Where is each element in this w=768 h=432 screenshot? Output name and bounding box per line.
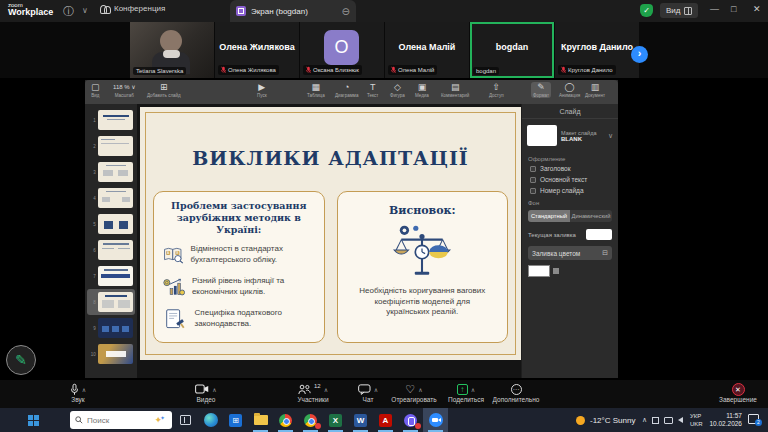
tray-app-icon[interactable] [652,417,659,424]
language-indicator[interactable]: УКР UKR [690,412,703,428]
taskbar-search[interactable]: ✦✦ [70,411,172,429]
slide-thumbnail-selected[interactable]: 8 [87,289,135,315]
ppt-table-button[interactable]: ▦Таблица [307,82,325,98]
checkbox-body-text[interactable]: Основной текст [522,174,618,185]
info-icon[interactable]: ⓘ [63,4,74,19]
participants-icon [100,5,110,13]
problem-item-text: Різний рівень інфляції та економічних ци… [192,276,315,297]
security-shield-icon[interactable]: ✓ [640,4,653,17]
collapse-icon[interactable]: ⊖ [342,6,350,17]
react-button[interactable]: ♡ ∧ Отреагировать [384,382,444,403]
ppt-text-button[interactable]: TТекст [367,82,378,98]
word-app-icon[interactable]: W [348,408,373,432]
ppt-comment-button[interactable]: ▤Комментарий [441,82,469,98]
participant-tile[interactable]: Олена Жилякова Олена Жилякова [215,22,299,78]
ppt-play-button[interactable]: ▶Пуск [257,82,267,98]
slide-thumbnail[interactable]: 1 [87,107,135,133]
current-slide[interactable]: ВИКЛИКИ АДАПТАЦІЇ Проблеми застосування … [140,107,521,360]
bg-standard-option[interactable]: Стандартный [528,210,570,222]
slide-thumbnail[interactable]: 6 [87,237,135,263]
more-button[interactable]: ⋯ Дополнительно [486,382,546,403]
list-item: Специфіка податкового законодавства. [163,306,315,332]
slide-thumbnail[interactable]: 10 [87,341,135,367]
viber-app-icon[interactable] [398,408,423,432]
checkbox-slide-number[interactable]: Номер слайда [522,185,618,196]
store-app-icon[interactable]: ⊞ [223,408,248,432]
participant-tile[interactable]: Круглов Данило Круглов Данило [555,22,639,78]
chevron-up-icon[interactable]: ∧ [471,386,475,393]
ppt-zoom-control[interactable]: 118 % ∨Масштаб [113,82,136,98]
checkbox-title[interactable]: Заголовок [522,163,618,174]
chevron-up-icon[interactable]: ∧ [374,386,378,393]
next-participants-button[interactable]: › [631,46,648,63]
participant-tile-active-speaker[interactable]: bogdan bogdan [470,22,554,78]
chat-icon [358,384,371,395]
chevron-up-icon[interactable]: ∧ [82,386,86,393]
participant-tile-video[interactable]: Tetiana Slaverska [130,22,214,78]
color-picker-icon[interactable] [553,268,559,274]
slide-thumbnail[interactable]: 5 [87,211,135,237]
chevron-up-icon[interactable]: ∧ [324,386,328,393]
participant-name: Олена Малій [385,42,469,52]
fill-color-dropdown[interactable]: Заливка цветом ⊟ [528,246,612,260]
ppt-view-button[interactable]: ▢Вид [91,82,100,98]
speaker-icon[interactable] [678,417,683,423]
ppt-access-button[interactable]: ⇧Доступ [489,82,504,98]
chrome-app-icon[interactable] [273,408,298,432]
slide-thumbnail[interactable]: 9 [87,315,135,341]
slide-thumbnail[interactable]: 3 [87,159,135,185]
close-button[interactable]: ✕ [753,4,761,14]
ppt-shape-button[interactable]: ◇Фигура [390,82,405,98]
minimize-button[interactable]: — [710,4,719,14]
title-bar: zoom Workplace ⓘ ∨ Конференция Экран (bo… [0,0,768,22]
tray-expand-icon[interactable]: ∧ [642,416,647,424]
muted-mic-icon [561,66,566,74]
ppt-chart-button[interactable]: ◔Диаграмма [335,82,358,98]
file-explorer-app-icon[interactable] [248,408,273,432]
ppt-add-slide-button[interactable]: ⊞Добавить слайд [147,82,181,98]
zoom-app-icon[interactable] [423,408,448,432]
weather-widget[interactable]: -12°C Sunny [590,416,635,425]
current-fill-swatch[interactable] [586,229,612,240]
slide-thumbnail[interactable]: 2 [87,133,135,159]
ppt-media-button[interactable]: ▣Медиа [415,82,429,98]
ppt-tab-document[interactable]: ▥Документ [585,82,605,98]
taskbar-clock[interactable]: 11:57 10.02.2026 [708,412,742,428]
action-center-button[interactable]: 2 [748,414,759,424]
task-view-button[interactable] [180,415,191,425]
ppt-tab-format[interactable]: ✎Формат [531,82,551,98]
excel-app-icon[interactable]: X [323,408,348,432]
search-input[interactable] [87,416,150,425]
maximize-button[interactable]: □ [731,4,736,14]
bg-dynamic-option[interactable]: Динамический [570,210,612,222]
chevron-up-icon[interactable]: ∧ [212,386,216,393]
display-icon[interactable] [664,417,673,424]
edge-app-icon[interactable] [198,408,223,432]
annotate-button[interactable]: ✎ [6,345,36,375]
audio-button[interactable]: ∧ Звук [56,382,100,403]
chevron-down-icon[interactable]: ∨ [82,6,88,15]
acrobat-app-icon[interactable]: A [373,408,398,432]
color-swatch[interactable] [528,265,550,277]
slide-thumbnail[interactable]: 7 [87,263,135,289]
participants-button[interactable]: 12 ∧ Участники [284,382,342,403]
chrome-profile-app-icon[interactable] [298,408,323,432]
ppt-tab-animation[interactable]: ◯Анимация [559,82,580,98]
slide-layout-selector[interactable]: Макет слайда BLANK ∨ [522,119,618,152]
view-button[interactable]: Вид [660,3,698,18]
start-button[interactable] [28,415,39,426]
problem-item-text: Відмінності в стандартах бухгалтерського… [191,244,315,265]
share-screen-button[interactable]: ↑ ∧ Поделиться [440,382,492,403]
slide-thumbnail[interactable]: 4 [87,185,135,211]
participant-tile[interactable]: Олена Малій Олена Малій [385,22,469,78]
tab-meeting[interactable]: Конференция [100,4,165,13]
problem-item-text: Специфіка податкового законодавства. [195,308,315,329]
chevron-up-icon[interactable]: ∧ [418,386,422,393]
video-button[interactable]: ∧ Видео [184,382,228,403]
weather-sun-icon[interactable] [576,416,585,425]
tab-shared-screen[interactable]: Экран (bogdan) ⊖ [230,0,356,22]
book-magnifier-icon: A B [163,242,184,268]
webcam-person-collar [163,50,180,58]
participant-tile[interactable]: О Оксана Близнюк [300,22,384,78]
end-meeting-button[interactable]: ✕ Завершение [712,382,764,403]
